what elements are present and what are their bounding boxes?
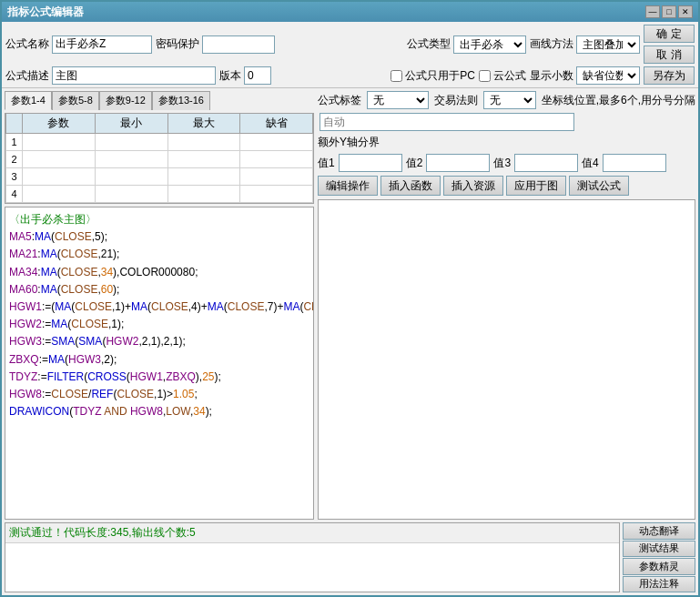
version-label: 版本: [219, 68, 241, 84]
max-2-input[interactable]: [170, 152, 238, 167]
code-line: MA60:MA(CLOSE,60);: [9, 281, 309, 298]
val2-label: 值2: [406, 156, 423, 171]
max-header: 最大: [167, 114, 240, 134]
draw-method-select[interactable]: 主图叠加: [576, 35, 640, 54]
insert-func-button[interactable]: 插入函数: [380, 176, 441, 196]
tab-params-5-8[interactable]: 参数5-8: [52, 91, 99, 110]
min-4-input[interactable]: [97, 187, 166, 201]
cancel-button[interactable]: 取 消: [644, 46, 695, 64]
confirm-buttons: 确 定 取 消: [644, 25, 695, 64]
param-3-input[interactable]: [25, 169, 93, 184]
table-row: 1: [6, 134, 313, 151]
tab-params-13-16[interactable]: 参数13-16: [152, 91, 210, 110]
coord-label: 坐标线位置,最多6个,用分号分隔: [542, 93, 695, 108]
title-controls: — □ ✕: [645, 5, 693, 18]
params-table: 参数 最小 最大 缺省 1: [5, 113, 314, 204]
val3-input[interactable]: [514, 154, 578, 172]
right-code-area[interactable]: [318, 199, 695, 520]
maximize-button[interactable]: □: [662, 5, 676, 18]
formula-desc-label: 公式描述: [5, 68, 49, 84]
min-header: 最小: [95, 114, 167, 134]
min-2-input[interactable]: [97, 152, 166, 167]
code-header: 〈出手必杀主图〉: [9, 211, 309, 228]
param-header: 参数: [23, 114, 96, 134]
main-window: 指标公式编辑器 — □ ✕ 公式名称 密码保护 公式类型 出手必杀: [0, 0, 700, 597]
code-line: MA21:MA(CLOSE,21);: [9, 246, 309, 263]
title-bar: 指标公式编辑器 — □ ✕: [2, 2, 698, 22]
edit-op-button[interactable]: 编辑操作: [318, 176, 378, 196]
formula-desc-input[interactable]: [52, 66, 216, 85]
minimize-button[interactable]: —: [645, 5, 660, 18]
formula-type-label: 公式类型: [407, 36, 451, 52]
min-1-input[interactable]: [97, 135, 166, 149]
code-line: ZBXQ:=MA(HGW3,2);: [9, 351, 309, 369]
draw-method-label: 画线方法: [530, 36, 573, 52]
trading-rule-select[interactable]: 无: [483, 91, 536, 109]
default-2-input[interactable]: [242, 152, 310, 167]
code-line: MA5:MA(CLOSE,5);: [9, 228, 309, 246]
window-title: 指标公式编辑器: [7, 5, 84, 20]
confirm-button[interactable]: 确 定: [644, 25, 695, 43]
code-line: HGW1:=(MA(CLOSE,1)+MA(CLOSE,4)+MA(CLOSE,…: [9, 298, 309, 316]
dynamic-translate-button[interactable]: 动态翻译: [623, 522, 695, 540]
insert-res-button[interactable]: 插入资源: [443, 176, 503, 196]
default-3-input[interactable]: [242, 169, 310, 184]
save-as-button[interactable]: 另存为: [644, 66, 695, 85]
param-4-input[interactable]: [25, 187, 93, 201]
cloud-formula-checkbox[interactable]: 云公式: [479, 68, 526, 84]
table-row: 3: [6, 168, 313, 186]
val4-input[interactable]: [603, 154, 666, 172]
val1-label: 值1: [318, 156, 335, 171]
min-3-input[interactable]: [97, 169, 166, 184]
default-1-input[interactable]: [242, 135, 310, 149]
formula-tag-select[interactable]: 无: [367, 91, 429, 109]
usage-notes-button[interactable]: 用法注释: [623, 576, 695, 593]
code-editor[interactable]: 〈出手必杀主图〉 MA5:MA(CLOSE,5); MA21:MA(CLOSE,…: [5, 207, 314, 520]
default-header: 缺省: [240, 114, 313, 134]
formula-name-input[interactable]: [52, 35, 152, 54]
param-wizard-button[interactable]: 参数精灵: [623, 558, 695, 575]
default-4-input[interactable]: [242, 187, 310, 201]
code-line: HGW3:=SMA(SMA(HGW2,2,1),2,1);: [9, 333, 309, 350]
bottom-right-panel: 动态翻译 测试结果 参数精灵 用法注释: [623, 522, 695, 592]
pc-only-label: 公式只用于PC: [405, 68, 475, 84]
tab-params-1-4[interactable]: 参数1-4: [5, 91, 52, 110]
val1-input[interactable]: [339, 154, 402, 172]
formula-name-label: 公式名称: [5, 36, 49, 52]
action-buttons: 编辑操作 插入函数 插入资源 应用于图 测试公式: [318, 176, 695, 196]
val2-input[interactable]: [426, 154, 490, 172]
row-num-header: [6, 114, 23, 134]
apply-button[interactable]: 应用于图: [506, 176, 566, 196]
code-line: HGW8:=CLOSE/REF(CLOSE,1)>1.05;: [9, 386, 309, 403]
code-line: HGW2:=MA(CLOSE,1);: [9, 316, 309, 333]
test-formula-button[interactable]: 测试公式: [569, 176, 629, 196]
table-row: 4: [6, 186, 313, 203]
version-input[interactable]: [244, 66, 271, 85]
max-3-input[interactable]: [170, 169, 238, 184]
trading-rule-label: 交易法则: [434, 93, 478, 108]
decimal-label: 显示小数: [530, 68, 573, 84]
params-tabs: 参数1-4 参数5-8 参数9-12 参数13-16: [5, 91, 314, 110]
pc-only-checkbox[interactable]: 公式只用于PC: [391, 68, 475, 84]
code-line: MA34:MA(CLOSE,34),COLOR000080;: [9, 264, 309, 281]
top-form: 公式名称 密码保护 公式类型 出手必杀 画线方法 主图叠加 确: [2, 22, 698, 88]
param-1-input[interactable]: [25, 135, 93, 149]
test-result-button[interactable]: 测试结果: [623, 541, 695, 558]
close-button[interactable]: ✕: [678, 5, 693, 18]
y-boundary-label: 额外Y轴分界: [318, 135, 380, 150]
password-input[interactable]: [202, 35, 275, 54]
code-line: DRAWICON(TDYZ AND HGW8,LOW,34);: [9, 403, 309, 420]
val4-label: 值4: [582, 156, 599, 171]
tab-params-9-12[interactable]: 参数9-12: [99, 91, 152, 110]
max-4-input[interactable]: [170, 187, 238, 201]
max-1-input[interactable]: [170, 135, 238, 149]
formula-type-select[interactable]: 出手必杀: [453, 35, 526, 54]
formula-tag-label: 公式标签: [318, 93, 361, 108]
code-line: TDYZ:=FILTER(CROSS(HGW1,ZBXQ),25);: [9, 369, 309, 386]
decimal-select[interactable]: 缺省位数: [576, 66, 640, 85]
cloud-formula-label: 云公式: [493, 68, 526, 84]
param-2-input[interactable]: [25, 152, 93, 167]
coord-input[interactable]: [320, 113, 574, 131]
password-label: 密码保护: [156, 36, 199, 52]
status-bar: 测试通过！代码长度:345,输出线个数:5: [5, 523, 619, 543]
